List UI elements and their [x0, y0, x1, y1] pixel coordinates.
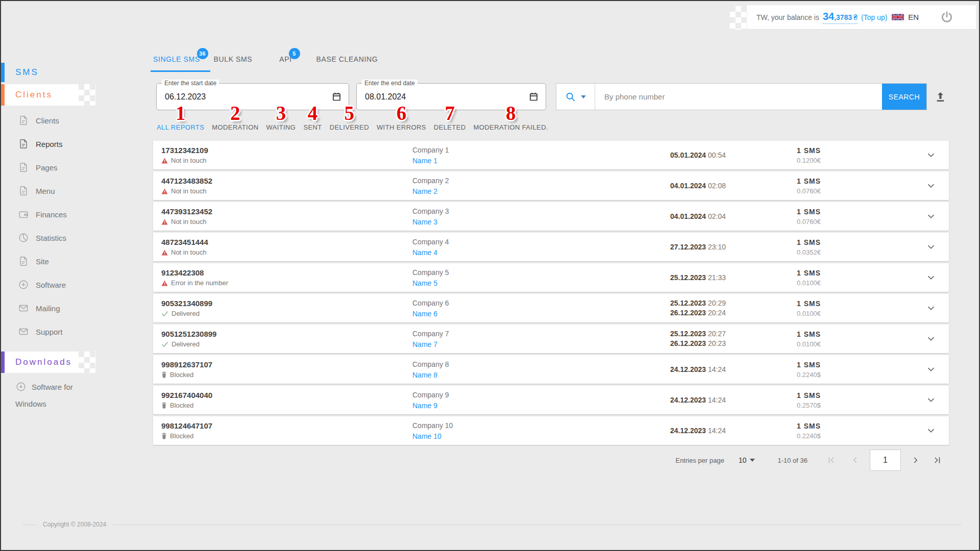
annotation-marker-4: 4: [308, 103, 318, 123]
status-text: Delivered: [161, 310, 412, 317]
expand-row-button[interactable]: [925, 333, 937, 344]
envelope-icon: [18, 303, 29, 314]
table-row[interactable]: 992167404040 Blocked Company 9 Name 9 24…: [153, 386, 949, 414]
tab-single-sms[interactable]: SINGLE SMS 36: [153, 55, 200, 72]
calendar-icon[interactable]: [331, 91, 342, 102]
expand-row-button[interactable]: [925, 241, 937, 253]
tab-bulk-sms[interactable]: BULK SMS: [214, 55, 253, 72]
sidebar-item-pages[interactable]: Pages: [1, 156, 153, 179]
sender-name-link[interactable]: Name 7: [412, 340, 437, 348]
table-row[interactable]: 905321340899 Delivered Company 6 Name 6 …: [153, 294, 949, 322]
sidebar-item-clients[interactable]: Clients: [1, 109, 153, 132]
sidebar-item-software-for-windows[interactable]: Software for Windows: [15, 379, 97, 412]
table-row[interactable]: 48723451444 Not in touch Company 4 Name …: [153, 233, 949, 261]
search-input[interactable]: [595, 92, 882, 101]
sender-name-link[interactable]: Name 1: [412, 157, 437, 165]
sidebar-item-finances[interactable]: Finances: [1, 203, 153, 226]
sidebar-item-label: Clients: [36, 116, 59, 125]
expand-row-button[interactable]: [925, 303, 937, 314]
chevron-down-icon: [750, 459, 755, 462]
export-upload-button[interactable]: [934, 90, 947, 103]
sidebar-item-support[interactable]: Support: [1, 320, 153, 343]
annotation-marker-6: 6: [397, 103, 407, 123]
table-row[interactable]: 9051251230899 Delivered Company 7 Name 7…: [153, 324, 949, 353]
sidebar-section-sms[interactable]: SMS: [1, 63, 79, 82]
filter-moderation-failed[interactable]: MODERATION FAILED.: [474, 123, 548, 131]
expand-row-button[interactable]: [925, 394, 937, 406]
expand-row-button[interactable]: [925, 180, 937, 191]
page-number-input[interactable]: [870, 449, 901, 471]
filter-sent[interactable]: SENT: [303, 123, 322, 131]
filter-deleted[interactable]: DELETED: [434, 123, 466, 131]
sender-name-link[interactable]: Name 8: [412, 371, 437, 379]
end-date-input[interactable]: [365, 92, 528, 102]
expand-row-button[interactable]: [925, 211, 937, 222]
pie-chart-icon: [18, 232, 29, 243]
last-page-button[interactable]: [933, 456, 942, 465]
sender-name-link[interactable]: Name 5: [412, 279, 437, 287]
sms-count: 1 SMS: [797, 361, 821, 369]
phone-number: 447123483852: [161, 177, 412, 185]
sidebar-item-statistics[interactable]: Statistics: [1, 226, 153, 249]
annotation-marker-8: 8: [506, 103, 516, 123]
footer-divider: [22, 524, 36, 525]
filter-all-reports[interactable]: ALL REPORTS: [157, 123, 204, 131]
next-page-button[interactable]: [911, 456, 920, 465]
table-row[interactable]: 447393123452 Not in touch Company 3 Name…: [153, 202, 949, 231]
search-icon: [565, 91, 576, 103]
calendar-icon[interactable]: [528, 91, 539, 102]
sender-name-link[interactable]: Name 10: [412, 432, 442, 440]
sms-count: 1 SMS: [797, 269, 821, 277]
sidebar-item-mailing[interactable]: Mailing: [1, 296, 153, 320]
sms-price: 0.0760€: [797, 187, 821, 195]
main-content: SINGLE SMS 36 BULK SMS API 5 BASE CLEANI…: [153, 1, 949, 471]
footer: Copyright © 2008-2024: [22, 519, 962, 530]
filter-delivered[interactable]: DELIVERED: [330, 123, 369, 131]
first-page-button[interactable]: [827, 456, 836, 465]
search-type-selector[interactable]: [556, 84, 595, 110]
filter-row: Enter the start date Enter the end date: [153, 83, 949, 110]
tab-label: SINGLE SMS: [153, 55, 200, 63]
chevron-left-icon: [850, 456, 860, 465]
pagination-bar: Entries per page 10 1-10 of 36: [153, 449, 949, 471]
expand-row-button[interactable]: [925, 425, 937, 436]
sender-name-link[interactable]: Name 6: [412, 310, 437, 318]
filter-with-errors[interactable]: WITH ERRORS: [377, 123, 426, 131]
search-button[interactable]: SEARCH: [882, 84, 926, 110]
table-row[interactable]: 447123483852 Not in touch Company 2 Name…: [153, 171, 949, 200]
filter-waiting[interactable]: WAITING: [266, 123, 296, 131]
table-row[interactable]: 9123422308 Error in the number Company 5…: [153, 263, 949, 292]
sidebar-section-clients[interactable]: Clients: [1, 84, 79, 106]
expand-row-button[interactable]: [925, 364, 937, 375]
sender-name-link[interactable]: Name 9: [412, 402, 437, 410]
annotation-marker-5: 5: [345, 103, 355, 123]
sender-name-link[interactable]: Name 4: [412, 248, 437, 257]
chevron-right-icon: [911, 456, 920, 465]
company-name: Company 5: [412, 268, 601, 277]
table-row[interactable]: 17312342109 Not in touch Company 1 Name …: [153, 141, 949, 169]
tab-api[interactable]: API 5: [279, 55, 291, 72]
filter-moderation[interactable]: MODERATION: [212, 123, 258, 131]
sidebar-item-menu[interactable]: Menu: [1, 179, 153, 203]
sidebar-item-software[interactable]: Software: [1, 273, 153, 296]
annotation-marker-7: 7: [445, 103, 455, 123]
previous-page-button[interactable]: [850, 456, 860, 465]
date-cell: 25.12.2023 20:27 26.12.2023 20:23: [601, 329, 726, 348]
sidebar-section-downloads[interactable]: Downloads: [1, 352, 79, 373]
expand-row-button[interactable]: [925, 149, 937, 161]
company-name: Company 1: [412, 146, 601, 154]
table-row[interactable]: 998124647107 Blocked Company 10 Name 10 …: [153, 416, 949, 445]
sidebar-item-site[interactable]: Site: [1, 249, 153, 273]
expand-row-button[interactable]: [925, 272, 937, 283]
sender-name-link[interactable]: Name 2: [412, 187, 437, 195]
table-row[interactable]: 998912637107 Blocked Company 8 Name 8 24…: [153, 355, 949, 384]
sidebar-item-reports[interactable]: Reports: [1, 132, 153, 156]
sender-name-link[interactable]: Name 3: [412, 218, 437, 226]
download-icon: [15, 381, 27, 392]
date-cell: 25.12.2023 20:29 26.12.2023 20:24: [601, 298, 726, 318]
tab-base-cleaning[interactable]: BASE CLEANING: [316, 55, 378, 72]
entries-per-page-select[interactable]: 10: [739, 456, 755, 464]
entries-per-page-label: Entries per page: [675, 457, 724, 464]
start-date-input[interactable]: [165, 92, 331, 102]
phone-number: 905321340899: [161, 299, 412, 308]
